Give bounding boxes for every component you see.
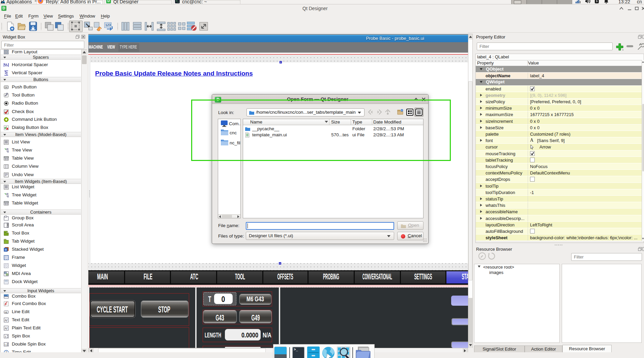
svg-text:M6 G43: M6 G43 [246,295,264,303]
svg-text:FILE: FILE [144,272,152,281]
svg-text:OK: OK [5,86,8,88]
svg-text:LENGTH: LENGTH [205,331,221,339]
svg-text:N/A: N/A [263,331,271,339]
svg-text:AB|: AB| [5,311,8,313]
svg-text:0: 0 [222,295,225,304]
svg-text:SETTINGS: SETTINGS [414,272,432,281]
svg-text:G43: G43 [216,313,224,322]
svg-text:MAIN: MAIN [97,272,108,281]
svg-text:PROBING: PROBING [323,272,339,281]
svg-text:T: T [208,295,211,304]
svg-text:STA: STA [462,272,468,281]
svg-text:0.0000: 0.0000 [241,331,258,339]
svg-text:TOOL: TOOL [235,272,245,281]
svg-text:1: 1 [5,335,6,338]
svg-text:CONVERSATIONAL: CONVERSATIONAL [362,272,392,281]
svg-text:CYCLE START: CYCLE START [97,304,128,314]
svg-text:G49: G49 [252,313,260,322]
svg-text:ATC: ATC [190,272,198,281]
svg-text:1.2: 1.2 [4,343,8,346]
svg-text:OFFSETS: OFFSETS [277,272,293,281]
svg-text:123: 123 [105,23,111,27]
svg-text:STOP: STOP [158,304,170,314]
